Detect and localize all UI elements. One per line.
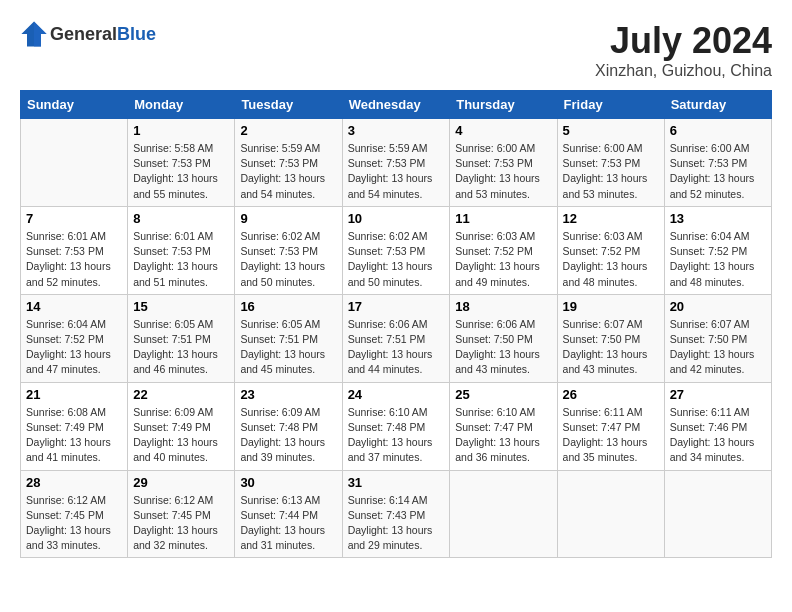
calendar-cell: 17Sunrise: 6:06 AMSunset: 7:51 PMDayligh… [342,294,450,382]
weekday-header-saturday: Saturday [664,91,771,119]
calendar-week-row: 14Sunrise: 6:04 AMSunset: 7:52 PMDayligh… [21,294,772,382]
day-info: Sunrise: 6:00 AMSunset: 7:53 PMDaylight:… [455,141,551,202]
day-info: Sunrise: 6:03 AMSunset: 7:52 PMDaylight:… [563,229,659,290]
day-number: 9 [240,211,336,226]
calendar-cell: 3Sunrise: 5:59 AMSunset: 7:53 PMDaylight… [342,119,450,207]
calendar-cell: 25Sunrise: 6:10 AMSunset: 7:47 PMDayligh… [450,382,557,470]
calendar-cell: 16Sunrise: 6:05 AMSunset: 7:51 PMDayligh… [235,294,342,382]
day-number: 15 [133,299,229,314]
calendar-cell: 10Sunrise: 6:02 AMSunset: 7:53 PMDayligh… [342,206,450,294]
logo: GeneralBlue [20,20,156,48]
day-number: 18 [455,299,551,314]
day-info: Sunrise: 6:02 AMSunset: 7:53 PMDaylight:… [348,229,445,290]
day-number: 3 [348,123,445,138]
day-info: Sunrise: 6:01 AMSunset: 7:53 PMDaylight:… [26,229,122,290]
day-info: Sunrise: 6:06 AMSunset: 7:50 PMDaylight:… [455,317,551,378]
day-number: 22 [133,387,229,402]
calendar-week-row: 28Sunrise: 6:12 AMSunset: 7:45 PMDayligh… [21,470,772,558]
day-info: Sunrise: 6:11 AMSunset: 7:47 PMDaylight:… [563,405,659,466]
weekday-header-row: SundayMondayTuesdayWednesdayThursdayFrid… [21,91,772,119]
day-number: 25 [455,387,551,402]
month-year-title: July 2024 [595,20,772,62]
day-info: Sunrise: 6:11 AMSunset: 7:46 PMDaylight:… [670,405,766,466]
day-number: 4 [455,123,551,138]
day-info: Sunrise: 6:06 AMSunset: 7:51 PMDaylight:… [348,317,445,378]
day-number: 12 [563,211,659,226]
day-info: Sunrise: 6:03 AMSunset: 7:52 PMDaylight:… [455,229,551,290]
location-subtitle: Xinzhan, Guizhou, China [595,62,772,80]
calendar-week-row: 7Sunrise: 6:01 AMSunset: 7:53 PMDaylight… [21,206,772,294]
calendar-cell [450,470,557,558]
day-info: Sunrise: 6:09 AMSunset: 7:49 PMDaylight:… [133,405,229,466]
calendar-cell: 6Sunrise: 6:00 AMSunset: 7:53 PMDaylight… [664,119,771,207]
day-info: Sunrise: 6:10 AMSunset: 7:48 PMDaylight:… [348,405,445,466]
day-number: 2 [240,123,336,138]
calendar-cell: 15Sunrise: 6:05 AMSunset: 7:51 PMDayligh… [128,294,235,382]
day-number: 10 [348,211,445,226]
weekday-header-wednesday: Wednesday [342,91,450,119]
day-number: 23 [240,387,336,402]
day-number: 16 [240,299,336,314]
logo-text-general: General [50,24,117,44]
day-info: Sunrise: 6:08 AMSunset: 7:49 PMDaylight:… [26,405,122,466]
weekday-header-monday: Monday [128,91,235,119]
day-number: 26 [563,387,659,402]
day-number: 20 [670,299,766,314]
day-info: Sunrise: 6:00 AMSunset: 7:53 PMDaylight:… [670,141,766,202]
calendar-cell: 20Sunrise: 6:07 AMSunset: 7:50 PMDayligh… [664,294,771,382]
day-info: Sunrise: 6:12 AMSunset: 7:45 PMDaylight:… [133,493,229,554]
calendar-cell: 12Sunrise: 6:03 AMSunset: 7:52 PMDayligh… [557,206,664,294]
calendar-cell: 13Sunrise: 6:04 AMSunset: 7:52 PMDayligh… [664,206,771,294]
calendar-cell: 26Sunrise: 6:11 AMSunset: 7:47 PMDayligh… [557,382,664,470]
day-number: 7 [26,211,122,226]
svg-marker-1 [34,21,47,46]
day-number: 6 [670,123,766,138]
calendar-cell: 11Sunrise: 6:03 AMSunset: 7:52 PMDayligh… [450,206,557,294]
calendar-cell [664,470,771,558]
calendar-week-row: 21Sunrise: 6:08 AMSunset: 7:49 PMDayligh… [21,382,772,470]
calendar-cell: 5Sunrise: 6:00 AMSunset: 7:53 PMDaylight… [557,119,664,207]
calendar-cell: 23Sunrise: 6:09 AMSunset: 7:48 PMDayligh… [235,382,342,470]
calendar-cell: 28Sunrise: 6:12 AMSunset: 7:45 PMDayligh… [21,470,128,558]
title-area: July 2024 Xinzhan, Guizhou, China [595,20,772,80]
day-info: Sunrise: 6:13 AMSunset: 7:44 PMDaylight:… [240,493,336,554]
calendar-cell: 27Sunrise: 6:11 AMSunset: 7:46 PMDayligh… [664,382,771,470]
calendar-cell: 31Sunrise: 6:14 AMSunset: 7:43 PMDayligh… [342,470,450,558]
calendar-week-row: 1Sunrise: 5:58 AMSunset: 7:53 PMDaylight… [21,119,772,207]
calendar-cell: 9Sunrise: 6:02 AMSunset: 7:53 PMDaylight… [235,206,342,294]
day-info: Sunrise: 5:59 AMSunset: 7:53 PMDaylight:… [240,141,336,202]
day-info: Sunrise: 5:58 AMSunset: 7:53 PMDaylight:… [133,141,229,202]
day-number: 14 [26,299,122,314]
calendar-cell [21,119,128,207]
day-number: 1 [133,123,229,138]
calendar-cell: 30Sunrise: 6:13 AMSunset: 7:44 PMDayligh… [235,470,342,558]
day-info: Sunrise: 6:02 AMSunset: 7:53 PMDaylight:… [240,229,336,290]
weekday-header-sunday: Sunday [21,91,128,119]
day-number: 29 [133,475,229,490]
day-number: 21 [26,387,122,402]
day-number: 24 [348,387,445,402]
weekday-header-tuesday: Tuesday [235,91,342,119]
calendar-cell: 4Sunrise: 6:00 AMSunset: 7:53 PMDaylight… [450,119,557,207]
day-info: Sunrise: 6:09 AMSunset: 7:48 PMDaylight:… [240,405,336,466]
calendar-cell: 2Sunrise: 5:59 AMSunset: 7:53 PMDaylight… [235,119,342,207]
day-info: Sunrise: 6:05 AMSunset: 7:51 PMDaylight:… [240,317,336,378]
day-info: Sunrise: 6:07 AMSunset: 7:50 PMDaylight:… [563,317,659,378]
calendar-cell: 8Sunrise: 6:01 AMSunset: 7:53 PMDaylight… [128,206,235,294]
calendar-table: SundayMondayTuesdayWednesdayThursdayFrid… [20,90,772,558]
day-info: Sunrise: 6:05 AMSunset: 7:51 PMDaylight:… [133,317,229,378]
day-info: Sunrise: 6:10 AMSunset: 7:47 PMDaylight:… [455,405,551,466]
logo-text-blue: Blue [117,24,156,44]
weekday-header-friday: Friday [557,91,664,119]
calendar-cell: 7Sunrise: 6:01 AMSunset: 7:53 PMDaylight… [21,206,128,294]
day-info: Sunrise: 5:59 AMSunset: 7:53 PMDaylight:… [348,141,445,202]
calendar-cell: 22Sunrise: 6:09 AMSunset: 7:49 PMDayligh… [128,382,235,470]
day-number: 30 [240,475,336,490]
day-number: 19 [563,299,659,314]
day-info: Sunrise: 6:00 AMSunset: 7:53 PMDaylight:… [563,141,659,202]
calendar-cell: 18Sunrise: 6:06 AMSunset: 7:50 PMDayligh… [450,294,557,382]
day-info: Sunrise: 6:14 AMSunset: 7:43 PMDaylight:… [348,493,445,554]
weekday-header-thursday: Thursday [450,91,557,119]
day-number: 31 [348,475,445,490]
calendar-cell [557,470,664,558]
